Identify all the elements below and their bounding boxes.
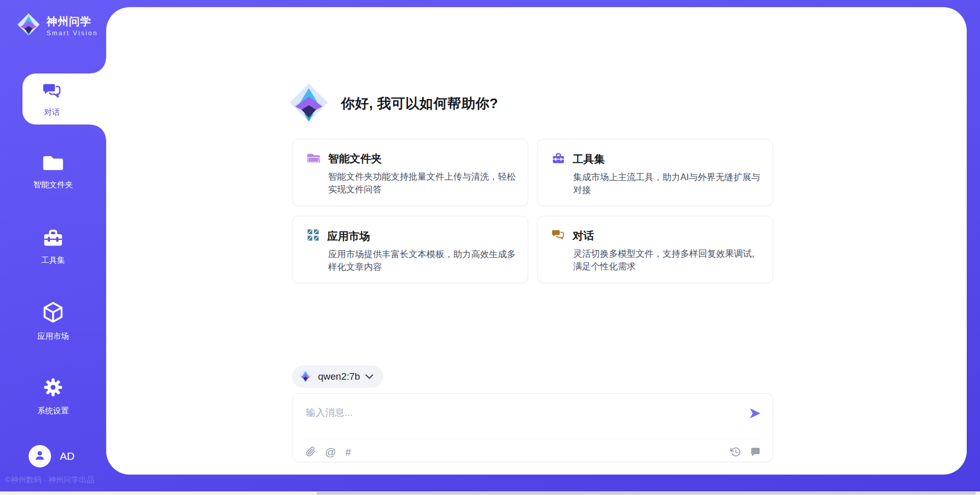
greeting-block: 你好, 我可以如何帮助你? (288, 82, 498, 126)
composer-toolbar: @ # (306, 444, 761, 459)
card-title: 工具集 (573, 152, 605, 166)
card-smart-folder[interactable]: 智能文件夹 智能文件夹功能支持批量文件上传与清洗，轻松实现文件问答 (292, 139, 528, 206)
card-description: 集成市场上主流工具，助力AI与外界无缝扩展与对接 (573, 171, 764, 196)
main-content-panel: 你好, 我可以如何帮助你? 智能文件夹 智能文件夹功能支持批量文件上传与清洗，轻… (106, 7, 967, 475)
card-description: 灵活切换多模型文件，支持多样回复效果调试, 满足个性化需求 (573, 247, 764, 273)
horizontal-scrollbar-thumb[interactable] (316, 492, 976, 494)
card-description: 应用市场提供丰富长文本模板，助力高效生成多样化文章内容 (328, 248, 519, 274)
toolbox-icon (42, 227, 64, 250)
sidebar-item-toolset[interactable]: 工具集 (0, 227, 106, 266)
card-title: 对话 (573, 229, 594, 243)
user-initials: AD (60, 450, 75, 462)
hash-icon[interactable]: # (345, 447, 351, 457)
sidebar-item-label: 对话 (44, 107, 60, 118)
brand-logo: 神州问学 Smart Vision (16, 12, 98, 39)
chat-bubble-icon[interactable] (750, 447, 761, 457)
model-name: qwen2:7b (318, 371, 360, 382)
card-chat[interactable]: 对话 灵活切换多模型文件，支持多样回复效果调试, 满足个性化需求 (537, 216, 773, 283)
message-input[interactable] (306, 404, 724, 422)
paperclip-icon[interactable] (306, 446, 316, 457)
send-icon[interactable] (748, 407, 762, 420)
sidebar-item-app-market[interactable]: 应用市场 (0, 301, 106, 342)
sidebar-item-chat[interactable]: 对话 (22, 73, 106, 125)
user-profile[interactable]: AD (29, 445, 75, 467)
sidebar-item-settings[interactable]: 系统设置 (0, 377, 106, 416)
chevron-down-icon (365, 372, 373, 381)
cube-icon (42, 301, 64, 326)
diamond-logo-icon (299, 369, 312, 385)
composer-divider (304, 438, 762, 439)
horizontal-scrollbar-track (0, 491, 980, 495)
brand-name: 神州问学 (46, 14, 98, 29)
greeting-title: 你好, 我可以如何帮助你? (341, 94, 498, 113)
card-description: 智能文件夹功能支持批量文件上传与清洗，轻松实现文件问答 (328, 170, 519, 196)
feature-cards: 智能文件夹 智能文件夹功能支持批量文件上传与清洗，轻松实现文件问答 工具集 集成… (292, 139, 773, 283)
copyright-footer: ©神州数码 · 神州问学出品 (5, 475, 94, 485)
message-composer: @ # (292, 393, 773, 462)
grid-icon (307, 229, 320, 243)
toolbox-icon (552, 152, 565, 166)
person-icon (33, 449, 46, 464)
gear-icon (42, 377, 64, 400)
card-title: 应用市场 (327, 229, 370, 243)
diamond-logo-icon (288, 82, 330, 126)
chat-icon (552, 229, 565, 243)
sidebar-item-label: 智能文件夹 (33, 180, 73, 190)
avatar (29, 445, 51, 467)
at-icon[interactable]: @ (325, 447, 336, 457)
sidebar-item-label: 工具集 (41, 255, 65, 266)
chat-icon (42, 80, 62, 103)
sidebar-item-label: 应用市场 (37, 331, 69, 342)
card-toolset[interactable]: 工具集 集成市场上主流工具，助力AI与外界无缝扩展与对接 (537, 139, 773, 206)
folder-icon (42, 153, 64, 174)
card-title: 智能文件夹 (328, 152, 382, 166)
model-selector[interactable]: qwen2:7b (292, 365, 383, 388)
card-app-market[interactable]: 应用市场 应用市场提供丰富长文本模板，助力高效生成多样化文章内容 (292, 216, 528, 283)
diamond-logo-icon (16, 12, 41, 39)
brand-subtitle: Smart Vision (46, 30, 98, 37)
sidebar-item-smart-folder[interactable]: 智能文件夹 (0, 153, 106, 190)
folder-icon (307, 152, 321, 166)
sidebar-item-label: 系统设置 (37, 406, 69, 416)
history-icon[interactable] (730, 447, 741, 457)
